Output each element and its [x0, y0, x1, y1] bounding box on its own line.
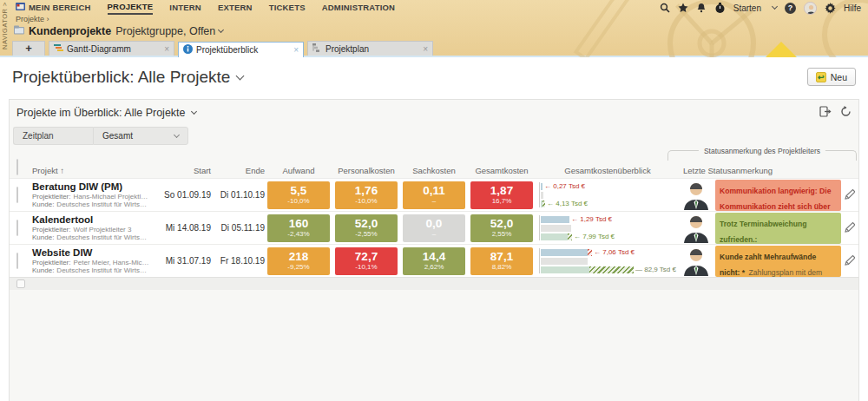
edit-pencil-icon[interactable] — [845, 253, 855, 269]
menu-administration[interactable]: ADMINISTRATION — [322, 0, 395, 15]
sachkosten-badge[interactable]: 14,42,62% — [403, 247, 465, 275]
status-note[interactable]: Kunde zahlt Mehraufwände nicht: * Zahlun… — [715, 246, 841, 277]
export-icon[interactable] — [819, 105, 832, 121]
notifications-bell-icon[interactable] — [696, 3, 707, 13]
table-row[interactable]: Website DIW Projektleiter:Peter Meier, H… — [10, 244, 858, 277]
project-customer: Deutsches Institut für Wirts… — [56, 233, 147, 241]
aufwand-badge[interactable]: 160-2,43% — [267, 214, 330, 242]
breadcrumb[interactable]: Projekte › — [16, 15, 49, 23]
project-leader-avatar — [683, 247, 709, 276]
hilfe-link[interactable]: Hilfe — [844, 3, 861, 13]
neu-button[interactable]: ↩ Neu — [807, 68, 856, 86]
tab-gantt-diagramm[interactable]: Gantt-Diagramm × — [49, 41, 174, 56]
menu-intern[interactable]: INTERN — [169, 0, 201, 15]
settings-gear-icon[interactable] — [825, 3, 836, 14]
neu-icon: ↩ — [816, 72, 826, 82]
gesamtkosten-badge[interactable]: 52,02,55% — [470, 214, 533, 242]
column-header-sachkosten[interactable]: Sachkosten — [400, 166, 468, 175]
personalkosten-badge[interactable]: 52,0-2,55% — [335, 214, 398, 242]
cost-label-plan: ← 7,99 Tsd € — [574, 233, 615, 240]
new-tab-button[interactable]: + — [12, 41, 45, 56]
tab-close-icon[interactable]: × — [164, 44, 169, 54]
main-menu: MEIN BEREICH PROJEKTE INTERN EXTERN TICK… — [16, 0, 395, 15]
menu-projekte[interactable]: PROJEKTE — [108, 0, 154, 15]
column-header-gesamtkosten[interactable]: Gesamtkosten — [468, 166, 536, 175]
project-leader: Hans-Michael Projektl… — [73, 193, 148, 200]
panel-title[interactable]: Projekte im Überblick: Alle Projekte — [16, 107, 196, 119]
favorites-star-icon[interactable] — [678, 3, 688, 13]
tab-close-icon[interactable]: × — [293, 45, 299, 55]
column-header-gesamtkostenueberblick[interactable]: Gesamtkostenüberblick — [536, 166, 680, 175]
refresh-icon[interactable] — [840, 105, 852, 121]
status-note[interactable]: Trotz Terminabweichung zufrieden.: Gesam… — [715, 213, 841, 244]
filter-zeitplan[interactable]: Zeitplan — [13, 127, 93, 145]
table-row[interactable]: Kalendertool Projektleiter:Wolf Projektl… — [10, 211, 858, 244]
aufwand-badge[interactable]: 5,5-10,0% — [267, 181, 330, 209]
project-name[interactable]: Beratung DIW (PM) — [32, 181, 162, 194]
gesamtkosten-badge[interactable]: 1,8716,7% — [470, 181, 533, 209]
column-header-ende[interactable]: Ende — [211, 166, 265, 175]
select-all-checkbox[interactable] — [16, 159, 18, 175]
context-title[interactable]: Kundenprojekte — [29, 25, 111, 37]
edit-pencil-icon[interactable] — [845, 220, 855, 236]
menu-mein-bereich[interactable]: MEIN BEREICH — [16, 0, 91, 15]
content-area: Projektüberblick: Alle Projekte ↩ Neu Pr… — [0, 59, 868, 401]
page-title-chevron-icon[interactable] — [236, 72, 245, 81]
project-leader: Wolf Projektleiter 3 — [73, 226, 131, 233]
table-row[interactable]: Beratung DIW (PM) Projektleiter:Hans-Mic… — [10, 178, 858, 211]
column-header-start[interactable]: Start — [162, 166, 211, 175]
context-subtitle: Projektgruppe, Offen — [115, 25, 215, 37]
context-chevron-icon[interactable] — [218, 27, 224, 33]
project-folder-icon — [14, 25, 25, 37]
personalkosten-badge[interactable]: 1,76-10,0% — [335, 181, 398, 209]
projects-table: Statusanmerkung des Projektleiters Proje… — [10, 148, 858, 290]
tab-bar: + Gantt-Diagramm × Projektüberblick × — [12, 41, 433, 56]
menu-tickets[interactable]: TICKETS — [269, 0, 306, 15]
info-icon — [183, 44, 193, 56]
sachkosten-badge[interactable]: 0,11– — [403, 181, 465, 209]
start-date: So 01.09.19 — [162, 190, 211, 200]
project-name[interactable]: Kalendertool — [32, 214, 162, 227]
sachkosten-badge[interactable]: 0,0– — [403, 214, 465, 242]
search-icon[interactable] — [660, 3, 670, 13]
top-right-tools: Starten ? Hilfe — [660, 0, 861, 16]
menu-extern[interactable]: EXTERN — [218, 0, 253, 15]
project-customer: Deutsches Institut für Wirts… — [56, 266, 147, 274]
project-leader: Peter Meier, Hans-Mic… — [73, 259, 148, 266]
edit-pencil-icon[interactable] — [845, 187, 855, 203]
cost-label-actual: ← 7,06 Tsd € — [594, 248, 635, 256]
column-header-letzte-statusanmerkung[interactable]: Letzte Statusanmerkung — [680, 166, 841, 175]
navigator-strip[interactable]: NAVIGATOR > — [0, 0, 12, 56]
table-header-row: Projekt ↑ Start Ende Aufwand Personalkos… — [10, 160, 858, 178]
user-avatar[interactable] — [804, 2, 817, 15]
top-bar: NAVIGATOR > MEIN BEREICH PROJEKTE INTERN… — [0, 0, 868, 57]
cost-overview-chart: ← 1,29 Tsd € ← 7,99 Tsd € — [539, 215, 676, 240]
footer-checkbox[interactable] — [16, 279, 25, 288]
project-name[interactable]: Website DIW — [32, 247, 162, 260]
row-checkbox[interactable] — [16, 253, 18, 269]
column-header-aufwand[interactable]: Aufwand — [265, 166, 332, 175]
start-date: Mi 14.08.19 — [162, 223, 211, 233]
tab-close-icon[interactable]: × — [423, 44, 428, 54]
cost-label-actual: ← 0,27 Tsd € — [544, 182, 585, 190]
column-header-personalkosten[interactable]: Personalkosten — [332, 166, 400, 175]
panel-title-chevron-icon[interactable] — [190, 108, 196, 115]
row-checkbox[interactable] — [16, 187, 18, 203]
filter-gesamt-select[interactable]: Gesamt — [93, 127, 188, 145]
status-note[interactable]: Kommunikation langwierig: Die Kommunikat… — [715, 180, 841, 211]
timer-start-icon[interactable] — [714, 3, 726, 14]
navigator-label: NAVIGATOR > — [1, 2, 9, 49]
tab-projektueberblick[interactable]: Projektüberblick × — [178, 42, 304, 57]
starten-chevron-icon[interactable] — [772, 3, 778, 10]
app-logo-icon — [16, 3, 25, 12]
tab-projektplan[interactable]: Projektplan × — [307, 41, 433, 56]
help-question-icon[interactable]: ? — [785, 3, 796, 14]
context-header: Kundenprojekte Projektgruppe, Offen — [14, 25, 223, 37]
starten-button[interactable]: Starten — [733, 3, 761, 13]
column-header-projekt[interactable]: Projekt ↑ — [32, 166, 162, 175]
personalkosten-badge[interactable]: 72,7-10,1% — [335, 247, 398, 275]
gesamtkosten-badge[interactable]: 87,18,82% — [470, 247, 533, 275]
row-checkbox[interactable] — [16, 220, 18, 236]
aufwand-badge[interactable]: 218-9,25% — [267, 247, 330, 275]
project-leader-avatar — [683, 214, 709, 243]
